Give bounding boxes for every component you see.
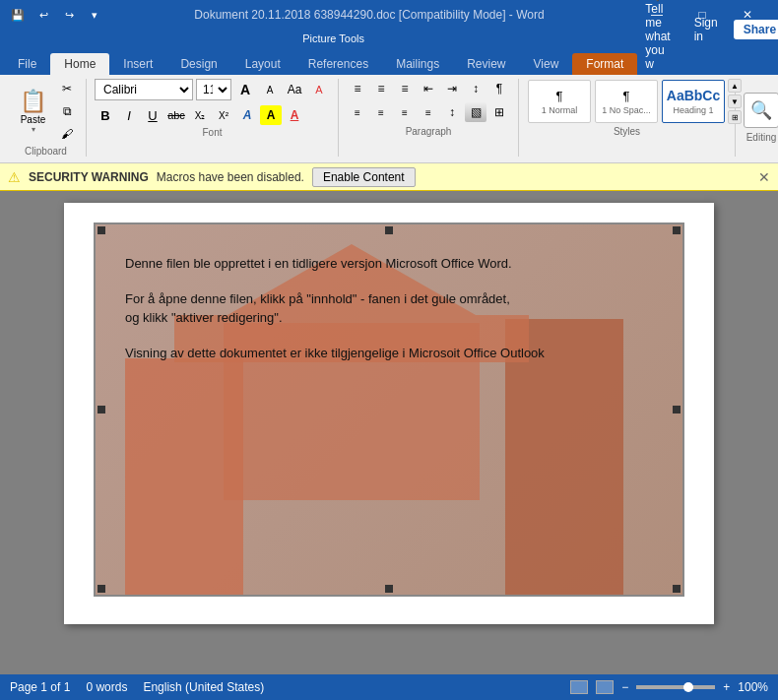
- style-no-spacing-preview: ¶: [623, 89, 630, 103]
- tab-design[interactable]: Design: [166, 53, 230, 75]
- align-center-button[interactable]: ≡: [370, 102, 392, 122]
- tab-review[interactable]: Review: [453, 53, 519, 75]
- paragraph-row-2: ≡ ≡ ≡ ≡ ↕ ▧ ⊞: [347, 102, 510, 122]
- shrink-font-button[interactable]: A: [259, 80, 281, 99]
- subscript-button[interactable]: X₂: [189, 105, 211, 125]
- view-web-button[interactable]: [596, 680, 614, 694]
- font-name-select[interactable]: Calibri: [95, 79, 193, 100]
- font-row-top: Calibri 11 A A Aa A: [95, 79, 330, 100]
- styles-scroll: ¶ 1 Normal ¶ 1 No Spac... AaBbCc Heading…: [527, 79, 742, 124]
- paste-dropdown-icon[interactable]: ▾: [32, 125, 35, 134]
- doc-paragraph-1: Denne filen ble opprettet i en tidligere…: [125, 254, 658, 274]
- multilevel-button[interactable]: ≡: [394, 79, 416, 98]
- find-button[interactable]: 🔍: [744, 93, 778, 128]
- paragraph-controls: ≡ ≡ ≡ ⇤ ⇥ ↕ ¶ ≡ ≡ ≡ ≡ ↕ ▧ ⊞: [347, 79, 510, 124]
- italic-button[interactable]: I: [118, 105, 140, 125]
- clipboard-actions: ✂ ⧉ 🖌: [56, 79, 78, 144]
- style-normal-label: 1 Normal: [542, 105, 578, 115]
- editing-label: Editing: [746, 132, 777, 143]
- undo-icon[interactable]: ↩: [33, 5, 53, 25]
- style-heading1-label: Heading 1: [673, 105, 713, 115]
- font-size-select[interactable]: 11: [196, 79, 231, 100]
- clear-format-button[interactable]: A: [308, 80, 330, 99]
- bold-button[interactable]: B: [95, 105, 116, 125]
- selection-handle-mr[interactable]: [673, 406, 681, 414]
- font-color-button[interactable]: A: [284, 105, 305, 125]
- page[interactable]: Denne filen ble opprettet i en tidligere…: [64, 203, 714, 624]
- security-close-button[interactable]: ✕: [758, 169, 770, 185]
- style-normal[interactable]: ¶ 1 Normal: [528, 80, 591, 123]
- underline-button[interactable]: U: [142, 105, 163, 125]
- style-no-spacing-label: 1 No Spac...: [602, 105, 651, 115]
- cut-button[interactable]: ✂: [56, 79, 78, 98]
- selection-handle-bl[interactable]: [97, 585, 105, 593]
- tab-references[interactable]: References: [294, 53, 382, 75]
- line-spacing-button[interactable]: ↕: [441, 102, 463, 122]
- numbering-button[interactable]: ≡: [370, 79, 392, 98]
- ribbon-group-clipboard: 📋 Paste ▾ ✂ ⧉ 🖌 Clipboard: [6, 79, 87, 157]
- doc-paragraph-3: Visning av dette dokumentet er ikke tilg…: [125, 344, 658, 363]
- show-all-button[interactable]: ¶: [488, 79, 510, 98]
- superscript-button[interactable]: X²: [213, 105, 234, 125]
- style-no-spacing[interactable]: ¶ 1 No Spac...: [595, 80, 658, 123]
- status-right: − + 100%: [570, 680, 768, 694]
- zoom-thumb[interactable]: [683, 682, 693, 692]
- strikethrough-button[interactable]: abc: [165, 105, 187, 125]
- enable-content-button[interactable]: Enable Content: [312, 167, 416, 187]
- tab-format[interactable]: Format: [572, 53, 637, 75]
- change-case-button[interactable]: Aa: [284, 80, 305, 99]
- bullets-button[interactable]: ≡: [347, 79, 368, 98]
- language: English (United States): [143, 680, 264, 694]
- paragraph-label: Paragraph: [347, 126, 510, 137]
- highlight-button[interactable]: A: [260, 105, 282, 125]
- selection-handle-bm[interactable]: [385, 585, 393, 593]
- security-bar: ⚠ SECURITY WARNING Macros have been disa…: [0, 163, 778, 191]
- tab-layout[interactable]: Layout: [231, 53, 294, 75]
- picture-tools-label: Picture Tools: [302, 32, 364, 44]
- increase-indent-button[interactable]: ⇥: [441, 79, 463, 98]
- customize-icon[interactable]: ▾: [85, 5, 104, 25]
- shading-button[interactable]: ▧: [465, 102, 486, 122]
- zoom-minus-button[interactable]: −: [621, 680, 628, 694]
- font-row-bottom: B I U abc X₂ X² A A A: [95, 105, 330, 125]
- tab-mailings[interactable]: Mailings: [382, 53, 453, 75]
- sort-button[interactable]: ↕: [465, 79, 486, 98]
- ribbon: 📋 Paste ▾ ✂ ⧉ 🖌 Clipboard Calibri 11 A: [0, 75, 778, 163]
- search-box[interactable]: 🔍 Tell me what you w: [637, 0, 678, 73]
- align-right-button[interactable]: ≡: [394, 102, 416, 122]
- tab-file[interactable]: File: [4, 53, 50, 75]
- redo-icon[interactable]: ↪: [59, 5, 79, 25]
- justify-button[interactable]: ≡: [418, 102, 439, 122]
- tab-home[interactable]: Home: [50, 53, 109, 75]
- doc-text-overlay: Denne filen ble opprettet i en tidligere…: [96, 224, 682, 398]
- doc-image: Denne filen ble opprettet i en tidligere…: [94, 223, 684, 597]
- decrease-indent-button[interactable]: ⇤: [418, 79, 439, 98]
- warning-icon: ⚠: [8, 169, 21, 185]
- save-icon[interactable]: 💾: [8, 5, 28, 25]
- clipboard-label: Clipboard: [14, 146, 78, 157]
- text-effects-button[interactable]: A: [236, 105, 258, 125]
- align-left-button[interactable]: ≡: [347, 102, 368, 122]
- tab-insert[interactable]: Insert: [109, 53, 166, 75]
- view-print-button[interactable]: [570, 680, 588, 694]
- format-painter-button[interactable]: 🖌: [56, 124, 78, 144]
- page-indicator: Page 1 of 1: [10, 680, 70, 694]
- tab-view[interactable]: View: [520, 53, 573, 75]
- paste-button[interactable]: 📋 Paste ▾: [14, 87, 52, 136]
- zoom-plus-button[interactable]: +: [723, 680, 730, 694]
- selection-handle-br[interactable]: [673, 585, 681, 593]
- borders-button[interactable]: ⊞: [488, 102, 510, 122]
- copy-button[interactable]: ⧉: [56, 101, 78, 121]
- zoom-slider[interactable]: [636, 685, 715, 689]
- window-title: Dokument 20.11.2018 638944290.doc [Compa…: [104, 8, 634, 22]
- style-heading1[interactable]: AaBbCc Heading 1: [662, 80, 725, 123]
- selection-handle-ml[interactable]: [97, 406, 105, 414]
- signin-button[interactable]: Sign in: [686, 14, 726, 45]
- share-button[interactable]: Share: [734, 20, 778, 39]
- paragraph-row-1: ≡ ≡ ≡ ⇤ ⇥ ↕ ¶: [347, 79, 510, 98]
- title-bar-left: 💾 ↩ ↪ ▾: [8, 5, 104, 25]
- word-count: 0 words: [86, 680, 127, 694]
- ribbon-group-font: Calibri 11 A A Aa A B I U abc X₂ X² A A …: [87, 79, 339, 157]
- grow-font-button[interactable]: A: [234, 80, 256, 99]
- ribbon-right: 🔍 Tell me what you w Sign in Share: [637, 0, 778, 75]
